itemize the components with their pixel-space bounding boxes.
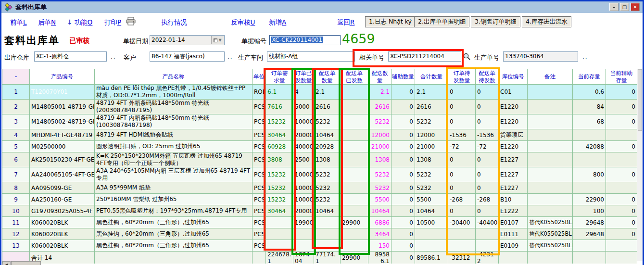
cell-total[interactable]: 2616 <box>415 100 448 114</box>
table-row[interactable]: 3M14805002-48719-GE48719 4FT 内箱条码贴148*50… <box>2 114 637 129</box>
cell-code[interactable]: K060020BLK <box>30 228 95 240</box>
cell-issued[interactable]: 10000 <box>293 194 314 205</box>
cell-dispatch_issued[interactable] <box>341 85 368 100</box>
cell-remark[interactable] <box>528 129 573 141</box>
cell-total[interactable]: 10464 <box>415 205 448 217</box>
col-header-total[interactable]: 合计数量 <box>415 69 448 85</box>
cell-issued[interactable] <box>293 240 314 252</box>
cell-dispatch_issued[interactable] <box>341 167 368 182</box>
cell-dispatch_issued[interactable] <box>341 114 368 129</box>
cell-pending[interactable]: 0 <box>448 85 476 100</box>
cell-total[interactable]: 2.1 <box>415 85 448 100</box>
cell-delivery[interactable]: 12000 <box>368 129 391 141</box>
cell-dispatch_pending[interactable]: -40400 <box>476 217 499 228</box>
cell-location[interactable]: C01 <box>499 85 528 100</box>
col-header-stock[interactable]: 当前存量 <box>573 69 606 85</box>
nav-button-outbound-detail[interactable]: 2.出库单单据明细 <box>414 16 469 27</box>
cell-aux_stock[interactable] <box>606 129 637 141</box>
col-header-name[interactable]: 产品名称 <box>95 69 253 85</box>
cell-dispatch_issued[interactable] <box>341 228 368 240</box>
cell-dispatch[interactable]: 1308 <box>314 152 341 167</box>
cell-dispatch_pending[interactable]: 0 <box>476 114 499 129</box>
cell-pending[interactable]: 0 <box>448 152 476 167</box>
menu-return[interactable]: 返回R <box>337 18 354 27</box>
cell-aux[interactable]: 0 <box>391 167 415 182</box>
cell-remark[interactable] <box>528 194 573 205</box>
cell-unit[interactable]: PCS <box>253 182 266 194</box>
cell-pending[interactable] <box>448 240 476 252</box>
cell-delivery[interactable]: 5232 <box>368 114 391 129</box>
cell-dispatch[interactable]: 5232 <box>314 167 341 182</box>
table-row[interactable]: 5M02500000圆形透明封口贴，OD: 25mm 过加州65PCS60928… <box>2 141 637 152</box>
cell-stock[interactable]: 84 <box>573 100 606 114</box>
warehouse-field[interactable]: XC-1-原料仓 <box>34 51 107 62</box>
cell-delivery[interactable]: 3464 <box>368 228 391 240</box>
cell-delivery[interactable]: 2616 <box>368 100 391 114</box>
cell-stock[interactable]: 29648 <box>573 228 606 240</box>
cell-demand[interactable]: 3808 <box>266 152 293 167</box>
cell-dispatch_issued[interactable] <box>341 152 368 167</box>
cell-stock[interactable] <box>573 129 606 141</box>
menu-prev-doc[interactable]: 前单L <box>10 18 27 27</box>
cell-dispatch_pending[interactable] <box>476 228 499 240</box>
cell-pending[interactable]: 0 <box>448 205 476 217</box>
cell-delivery[interactable]: 10464 <box>368 205 391 217</box>
cell-dispatch[interactable] <box>314 228 341 240</box>
cell-seq[interactable]: 9 <box>2 194 30 205</box>
cell-dispatch_pending[interactable]: 0 <box>476 167 499 182</box>
cell-aux_stock[interactable]: 0 <box>606 100 637 114</box>
cell-issued[interactable]: 2500 <box>293 152 314 167</box>
customer-browse-dots[interactable]: .. <box>227 53 233 60</box>
menu-print[interactable]: 打印P <box>104 18 121 27</box>
cell-unit[interactable]: PCS <box>253 228 266 240</box>
cell-code[interactable]: K060020BLK <box>30 217 95 228</box>
cell-seq[interactable]: 4 <box>2 129 30 141</box>
cell-issued[interactable]: 10000 <box>293 114 314 129</box>
menu-reverse-audit[interactable]: 反审核U <box>231 18 255 27</box>
col-header-seq[interactable]: - <box>2 69 30 85</box>
cell-issued[interactable]: 19900 <box>293 217 314 228</box>
cell-demand[interactable]: 15232 <box>266 167 293 182</box>
cell-stock[interactable] <box>573 182 606 194</box>
cell-aux[interactable]: 0 <box>391 100 415 114</box>
cell-total[interactable] <box>415 228 448 240</box>
menu-functions[interactable]: ↓功能O <box>67 18 92 27</box>
cell-location[interactable]: E0107 <box>499 217 528 228</box>
cell-dispatch_pending[interactable]: -268 <box>476 194 499 205</box>
cell-aux[interactable]: 0 <box>391 141 415 152</box>
cell-unit[interactable]: PCS <box>253 152 266 167</box>
cell-issued[interactable]: 10000 <box>293 167 314 182</box>
cell-stock[interactable]: 29648 <box>573 217 606 228</box>
table-row[interactable]: 13K060020BLK黑色挂钩，60*20mm（三角形）,过加州65PCS15… <box>2 240 637 252</box>
cell-aux_stock[interactable]: 0 <box>606 205 637 217</box>
cell-name[interactable]: 48719 4FT HDMI线协会贴纸 <box>95 129 253 141</box>
nav-button-sales-order-detail[interactable]: 3.销售订单明细 <box>471 16 520 27</box>
cell-remark[interactable]: 替代K055025BLK <box>528 240 573 252</box>
cell-demand[interactable]: 30464 <box>266 129 293 141</box>
cell-unit[interactable]: PCS <box>253 217 266 228</box>
related-order-field[interactable]: XC-PSD211214004 <box>388 51 461 62</box>
cell-stock[interactable]: 22900 <box>573 194 606 205</box>
cell-delivery[interactable]: 150 <box>368 240 391 252</box>
cell-unit[interactable]: PCS <box>253 167 266 182</box>
table-row[interactable]: 4MHDMI-4FT-GE4871948719 4FT HDMI线协会贴纸PCS… <box>2 129 637 141</box>
cell-aux[interactable]: 0 <box>391 217 415 228</box>
cell-aux[interactable]: 0 <box>391 182 415 194</box>
cell-unit[interactable]: PCS <box>253 114 266 129</box>
col-header-delivery[interactable]: 配送数量 <box>368 69 391 85</box>
table-row[interactable]: 10G197093025A055-4FTPET0.55黑色吸塑片材：197*93… <box>2 205 637 217</box>
cell-seq[interactable]: 1 <box>2 85 30 100</box>
cell-delivery[interactable]: 5232 <box>368 167 391 182</box>
menu-next-doc[interactable]: 后单N <box>38 18 56 27</box>
cell-aux_stock[interactable]: 0 <box>606 85 637 100</box>
cell-aux_stock[interactable] <box>606 152 637 167</box>
cell-name[interactable]: K=K 250*150*230MM外箱 五层瓦楞 过加州65 48719 4FT… <box>95 152 253 167</box>
col-header-pending[interactable]: 订单待发数量 <box>448 69 476 85</box>
cell-dispatch_pending[interactable]: 0 <box>476 182 499 194</box>
cell-dispatch_pending[interactable]: -72 <box>476 141 499 152</box>
cell-total[interactable]: 5232 <box>415 182 448 194</box>
cell-stock[interactable]: 800 <box>573 167 606 182</box>
cell-aux_stock[interactable]: 0 <box>606 228 637 240</box>
cell-dispatch[interactable]: 20928 <box>314 141 341 152</box>
table-row[interactable]: 7AA240065105-4FT-GEA3A 240*65*105MM内箱 三层… <box>2 167 637 182</box>
